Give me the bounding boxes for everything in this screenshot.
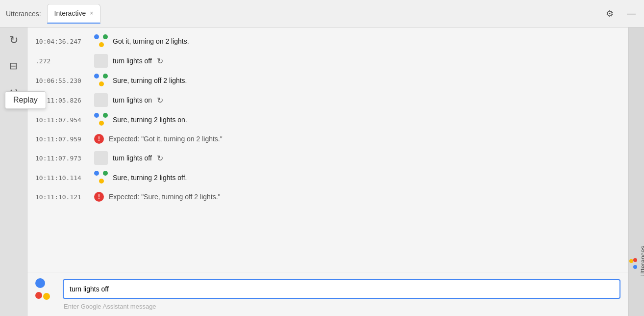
message-row: 10:04:36.247 Got it, turning on 2 lights… [27, 31, 628, 51]
title-bar: Utterances: Interactive × ⚙ — [0, 0, 644, 27]
input-area: Enter Google Assistant message [27, 272, 628, 316]
input-hint: Enter Google Assistant message [35, 303, 620, 310]
dot-yellow [99, 121, 104, 126]
message-row: 10:11:07.973 turn lights off ↻ [27, 148, 628, 168]
message-text: turn lights on ↻ [113, 95, 620, 106]
message-row: 10:11:10.114 Sure, turning 2 lights off. [27, 168, 628, 187]
message-row: 10:11:10.121 ! Expected: "Sure, turning … [27, 187, 628, 206]
dot-green [103, 74, 108, 79]
error-icon: ! [94, 192, 104, 202]
timestamp: 10:11:10.114 [35, 174, 89, 182]
message-row: 10:11:07.959 ! Expected: "Got it, turnin… [27, 130, 628, 148]
dot-yellow [99, 179, 104, 184]
message-row: 10:06:55.230 Sure, turning off 2 lights. [27, 71, 628, 90]
timestamp: 10:11:10.121 [35, 193, 89, 201]
tab-label: Interactive [54, 9, 86, 17]
dot-blue [35, 278, 45, 288]
input-row [35, 278, 620, 300]
title-label: Utterances: [6, 10, 41, 18]
assistant-avatar [94, 34, 108, 48]
replay-button[interactable]: ↻ [155, 153, 165, 164]
left-sidebar: ↻ ⊟ ↩ Replay [0, 27, 27, 316]
assistant-avatar [94, 113, 108, 127]
timestamp: 10:04:36.247 [35, 38, 89, 45]
main-layout: ↻ ⊟ ↩ Replay 10:04:36.247 Got it, turnin… [0, 27, 644, 316]
dot-red [633, 258, 637, 262]
timestamp: 10:11:07.959 [35, 135, 89, 143]
message-row: .272 turn lights off ↻ [27, 51, 628, 71]
message-text: Expected: "Got it, turning on 2 lights." [109, 135, 620, 143]
error-icon: ! [94, 134, 104, 144]
message-text: turn lights off ↻ [113, 55, 620, 67]
replay-icon-button[interactable]: ↻ [5, 31, 23, 49]
message-row: 10:11:07.954 Sure, turning 2 lights on. [27, 110, 628, 130]
dot-green [103, 34, 108, 39]
assistant-avatar [94, 171, 108, 184]
dot-blue [94, 34, 99, 39]
interactive-tab[interactable]: Interactive × [47, 4, 101, 24]
replay-tooltip: Replay [5, 91, 46, 109]
dot-yellow [43, 293, 50, 300]
minimize-button[interactable]: — [624, 7, 638, 21]
dot-blue [633, 265, 637, 269]
message-row: 10:11:05.826 turn lights on ↻ [27, 90, 628, 110]
save-icon-button[interactable]: ⊟ [5, 57, 23, 75]
replay-button[interactable]: ↻ [155, 55, 165, 67]
tab-close-button[interactable]: × [90, 10, 93, 16]
message-text: Sure, turning 2 lights on. [113, 116, 620, 124]
timestamp: 10:11:07.973 [35, 155, 89, 162]
messages-list: 10:04:36.247 Got it, turning on 2 lights… [27, 27, 628, 272]
dot-green [103, 113, 108, 118]
gear-button[interactable]: ⚙ [603, 7, 617, 21]
message-text: Sure, turning off 2 lights. [113, 77, 620, 84]
message-text: Expected: "Sure, turning off 2 lights." [109, 193, 620, 201]
replay-button[interactable]: ↻ [155, 95, 165, 106]
dot-blue [94, 171, 99, 176]
timestamp: 10:11:07.954 [35, 116, 89, 124]
content-area: 10:04:36.247 Got it, turning on 2 lights… [27, 27, 628, 316]
dot-yellow [99, 81, 104, 86]
title-bar-actions: ⚙ — [603, 7, 638, 21]
dot-yellow [629, 259, 633, 263]
timestamp: .272 [35, 57, 89, 65]
user-avatar [94, 93, 108, 107]
assistant-avatar [94, 74, 108, 87]
ga-large-avatar [35, 278, 57, 300]
message-text: turn lights off ↻ [113, 153, 620, 164]
right-sidebar-label: Utterances [626, 246, 644, 277]
dot-yellow [99, 42, 104, 47]
dot-blue [94, 113, 99, 118]
timestamp: 10:06:55.230 [35, 77, 89, 84]
ga-right-avatar [626, 258, 637, 269]
user-avatar [94, 151, 108, 165]
message-text: Sure, turning 2 lights off. [113, 174, 620, 182]
message-text: Got it, turning on 2 lights. [113, 37, 620, 45]
dot-blue [94, 74, 99, 79]
dot-green [103, 171, 108, 176]
user-avatar [94, 54, 108, 68]
right-sidebar: Utterances [628, 27, 644, 316]
message-input[interactable] [63, 279, 620, 299]
dot-red [35, 292, 42, 299]
